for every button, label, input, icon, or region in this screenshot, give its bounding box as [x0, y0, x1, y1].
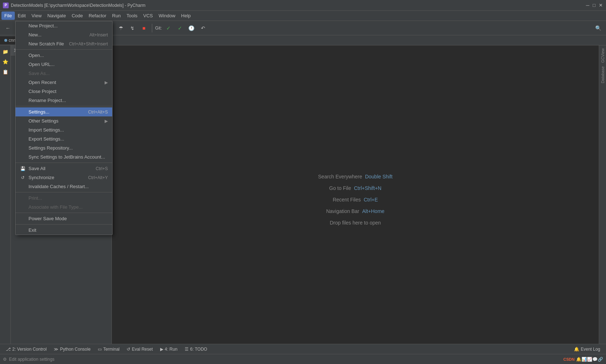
dropdown-label: Synchronize [28, 175, 54, 180]
menu-file[interactable]: File [1, 12, 15, 20]
menu-window[interactable]: Window [156, 12, 178, 20]
event-log[interactable]: 🔔 Event Log [571, 346, 603, 352]
stop-btn[interactable]: ■ [139, 23, 149, 33]
hint-goto-file: Go to File Ctrl+Shift+N [329, 185, 382, 191]
menu-help[interactable]: Help [178, 12, 194, 20]
tab-label: Terminal [103, 347, 119, 352]
dropdown-save-all[interactable]: 💾 Save All Ctrl+S [16, 164, 112, 173]
close-button[interactable]: ✕ [598, 3, 603, 8]
dropdown-sep-5 [16, 213, 112, 213]
dropdown-open[interactable]: Open... [16, 51, 112, 60]
menu-navigate[interactable]: Navigate [44, 12, 69, 20]
dropdown-synchronize[interactable]: ↺ Synchronize Ctrl+Alt+Y [16, 173, 112, 182]
dropdown-settings[interactable]: Settings... Ctrl+Alt+S [16, 107, 112, 116]
hint-drop-files: Drop files here to open [330, 220, 381, 226]
git-check-btn[interactable]: ✓ [163, 23, 174, 33]
menu-vcs[interactable]: VCS [140, 12, 156, 20]
right-sidebar-database[interactable]: Database [600, 65, 606, 85]
hint-text: Navigation Bar [326, 208, 359, 214]
dropdown-sep-1 [16, 49, 112, 50]
dropdown-label: Settings... [28, 109, 49, 115]
menu-refactor[interactable]: Refactor [86, 12, 109, 20]
dropdown-open-url[interactable]: Open URL... [16, 60, 112, 69]
dropdown-import-settings[interactable]: Import Settings... [16, 125, 112, 134]
dropdown-invalidate-caches[interactable]: Invalidate Caches / Restart... [16, 182, 112, 191]
dropdown-shortcut: Alt+Insert [89, 32, 108, 37]
dropdown-open-recent[interactable]: Open Recent ▶ [16, 78, 112, 87]
dropdown-label: Close Project [28, 89, 56, 94]
tab-run[interactable]: ▶ 4: Run [157, 346, 180, 352]
sidebar-icon-structure[interactable]: 📋 [1, 67, 10, 76]
title-bar-controls: ─ □ ✕ [585, 3, 603, 8]
dropdown-new-scratch[interactable]: New Scratch File Ctrl+Alt+Shift+Insert [16, 39, 112, 48]
git-history-btn[interactable]: 🕐 [186, 23, 197, 33]
menu-view[interactable]: View [28, 12, 44, 20]
menu-tools[interactable]: Tools [124, 12, 140, 20]
git-push-btn[interactable]: ✓ [175, 23, 185, 33]
dropdown-rename-project[interactable]: Rename Project... [16, 96, 112, 105]
status-right-icons: 🔔📊📈💬🔗 [576, 357, 603, 362]
tab-todo[interactable]: ☰ 6: TODO [182, 346, 210, 352]
dropdown-shortcut: Ctrl+S [96, 166, 108, 171]
dropdown-label: New Project... [28, 23, 58, 28]
dropdown-label: Rename Project... [28, 98, 66, 103]
event-log-icon: 🔔 [574, 347, 579, 352]
hint-key: Ctrl+Shift+N [354, 185, 381, 191]
tab-label: Python Console [60, 347, 91, 352]
dropdown-settings-repo[interactable]: Settings Repository... [16, 143, 112, 152]
hint-text: Go to File [329, 185, 351, 191]
search-everywhere-btn[interactable]: 🔍 [593, 23, 603, 33]
git-undo-btn[interactable]: ↶ [198, 23, 208, 33]
coverage-btn[interactable]: ☂ [116, 23, 126, 33]
dropdown-exit[interactable]: Exit [16, 226, 112, 235]
dropdown-print: Print... [16, 194, 112, 203]
dropdown-other-settings[interactable]: Other Settings ▶ [16, 116, 112, 125]
hint-navigation-bar: Navigation Bar Alt+Home [326, 208, 385, 214]
dropdown-close-project[interactable]: Close Project [16, 87, 112, 96]
force-run-btn[interactable]: ↯ [127, 23, 137, 33]
minimize-button[interactable]: ─ [585, 3, 590, 8]
tab-version-control[interactable]: ⎇ 2: Version Control [3, 346, 49, 352]
tab-terminal[interactable]: ▭ Terminal [95, 346, 122, 352]
dropdown-label: New... [28, 32, 41, 37]
save-all-icon: 💾 [20, 166, 26, 171]
title-text: DetectionModels [E:\pycharmWorkspace\Det… [11, 3, 145, 8]
dropdown-associate-file-type: Associate with File Type... [16, 203, 112, 212]
hint-text: Search Everywhere [318, 174, 362, 179]
right-sidebar: GCView Database [599, 45, 606, 354]
right-sidebar-gcview[interactable]: GCView [600, 47, 606, 64]
event-log-label: Event Log [581, 347, 600, 352]
dropdown-sep-4 [16, 192, 112, 192]
git-label: Git: [155, 26, 162, 31]
toolbar-back-btn[interactable]: ← [3, 23, 13, 33]
menu-edit[interactable]: Edit [15, 12, 28, 20]
hint-key: Ctrl+E [364, 197, 378, 203]
dropdown-sync-settings[interactable]: Sync Settings to JetBrains Account... [16, 152, 112, 161]
tab-eval-reset[interactable]: ↺ Eval Reset [124, 346, 155, 352]
maximize-button[interactable]: □ [592, 3, 597, 8]
synchronize-icon: ↺ [20, 175, 26, 180]
dropdown-label: Open URL... [28, 62, 54, 67]
dropdown-label: Other Settings [28, 118, 58, 124]
tab-label: 4: Run [165, 347, 177, 352]
dropdown-shortcut: Ctrl+Alt+Shift+Insert [69, 41, 108, 46]
sidebar-icon-favorites[interactable]: ⭐ [1, 57, 10, 66]
dropdown-power-save[interactable]: Power Save Mode [16, 214, 112, 223]
dropdown-label: Power Save Mode [28, 216, 67, 221]
app-icon: P [3, 3, 9, 8]
tab-icon: ↺ [127, 347, 130, 352]
menu-code[interactable]: Code [69, 12, 86, 20]
hint-recent-files: Recent Files Ctrl+E [333, 197, 378, 203]
menu-run[interactable]: Run [109, 12, 124, 20]
dropdown-sep-3 [16, 163, 112, 163]
tab-icon: ▭ [98, 347, 102, 352]
dropdown-new[interactable]: New... Alt+Insert [16, 30, 112, 39]
status-text: Edit application settings [9, 357, 54, 362]
file-tab-dot [4, 39, 7, 42]
dropdown-label: Open... [28, 53, 44, 58]
sidebar-icon-1[interactable]: 📁 [1, 47, 10, 56]
tab-python-console[interactable]: ≫ Python Console [51, 346, 93, 352]
dropdown-export-settings[interactable]: Export Settings... [16, 134, 112, 143]
status-icon: ⚙ [3, 357, 7, 362]
dropdown-new-project[interactable]: New Project... [16, 21, 112, 30]
